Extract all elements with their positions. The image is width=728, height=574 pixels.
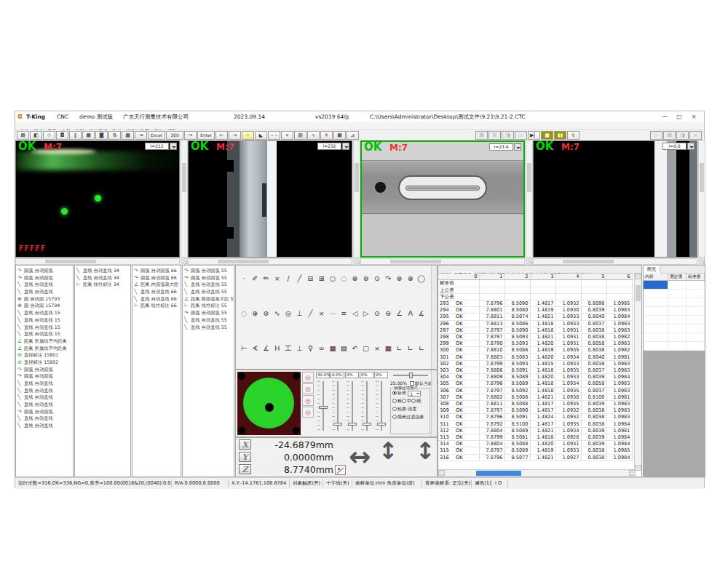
results-data-row[interactable]: 310OK7.87968.50911.48241.09320.80381.098… [438, 414, 632, 420]
results-data-row[interactable]: 301OK7.88038.50831.48201.09340.80401.098… [438, 354, 632, 360]
setup-button[interactable]: × [689, 131, 702, 140]
feature-list-item[interactable]: ╲直线自动直线15 [16, 316, 73, 324]
probe-up-button[interactable]: ◘ [56, 131, 68, 140]
element-cell[interactable] [644, 281, 668, 289]
palette-tool-icon[interactable]: ∟ [394, 343, 404, 354]
feature-list-item[interactable]: ↷圆弧自动圆弧 [16, 408, 73, 415]
element-cell[interactable] [668, 298, 687, 306]
goto-button[interactable]: ⇥ [135, 131, 147, 140]
palette-tool-icon[interactable]: ◌ [239, 308, 249, 319]
camera-vscrollbar[interactable] [698, 140, 705, 258]
element-row[interactable] [644, 333, 705, 342]
origin-button[interactable]: ⊹ [43, 131, 55, 140]
radio-颜色过滤边缘[interactable] [392, 415, 397, 419]
open2-button[interactable]: ◨ [676, 131, 689, 140]
save2-button[interactable]: ▤ [663, 131, 676, 140]
results-data-row[interactable]: 315OK7.87978.50891.48191.09330.80381.098… [438, 447, 632, 454]
palette-tool-icon[interactable]: ⊛ [361, 273, 371, 284]
element-cell[interactable] [687, 324, 705, 332]
feature-list-item[interactable]: ⊕圆自动圆15794 [16, 302, 73, 309]
copy-button[interactable]: ⊞ [488, 131, 501, 140]
gain-dropdown-button[interactable] [342, 143, 349, 150]
feature-list-item[interactable]: ⊢距离线性标注34 [75, 281, 130, 288]
feature-list-item[interactable]: ╲直线自动直线 [16, 281, 73, 288]
camera-image-2[interactable]: OK M:7 I=232 [188, 140, 352, 258]
palette-tool-icon[interactable]: ⊥ [294, 343, 304, 354]
jog-y-arrows-icon[interactable]: ↕ [379, 439, 398, 463]
play2-button[interactable]: ▷ [650, 131, 662, 140]
feature-list-item[interactable]: ╲直线自动直线 [16, 401, 73, 408]
play-button[interactable]: ▷ [515, 131, 527, 140]
stage-button[interactable]: ▦ [82, 131, 95, 140]
resize-grip-icon[interactable] [354, 258, 360, 265]
palette-tool-icon[interactable]: ∟ [405, 343, 416, 354]
element-cell[interactable] [687, 333, 705, 341]
palette-tool-icon[interactable]: ⋯ [328, 308, 338, 319]
element-cell[interactable] [668, 290, 687, 298]
resize-grip-icon[interactable] [181, 258, 188, 265]
gain-dropdown-button[interactable] [687, 143, 695, 150]
palette-tool-icon[interactable]: × [272, 273, 282, 284]
camera-vscrollbar[interactable] [181, 140, 188, 258]
palette-tool-icon[interactable]: 工 [283, 343, 293, 354]
feature-list-item[interactable]: ╲直线自动直线 [16, 394, 73, 401]
feature-list-item[interactable]: ╲直线自动直线 [16, 415, 73, 422]
stage2-button[interactable]: ▩ [122, 131, 134, 140]
element-cell[interactable] [668, 342, 687, 350]
element-cell[interactable] [644, 333, 668, 341]
results-data-row[interactable]: 293OK7.87968.50901.48171.09320.80981.098… [438, 300, 632, 307]
feature-list-item[interactable]: ╲直线自动直线55 [183, 288, 234, 295]
camera-vscrollbar[interactable] [353, 140, 360, 258]
feature-list-item[interactable]: ╲直线自动直线15 [16, 324, 73, 331]
probe-down-button[interactable]: ◙ [95, 131, 108, 140]
matrix-button[interactable]: ▦ [333, 131, 346, 140]
radio-中[interactable] [402, 399, 406, 403]
play-end-button[interactable]: ▶▏ [528, 131, 540, 140]
export-button[interactable]: ↪ [184, 131, 197, 140]
close-button[interactable]: × [688, 113, 700, 120]
scroll-up-icon[interactable] [635, 274, 641, 279]
jog-x-arrows-icon[interactable]: ↔ [349, 444, 371, 470]
element-row[interactable] [644, 316, 705, 324]
results-data-row[interactable]: 307OK7.88028.50881.48211.09300.81001.098… [438, 394, 632, 400]
folder-button[interactable]: ◨ [502, 131, 514, 140]
feature-list-item[interactable]: ↷圆弧自动圆弧66 [132, 267, 181, 274]
palette-tool-icon[interactable]: ∢ [250, 343, 260, 354]
results-data-row[interactable]: 304OK7.88098.50891.48201.09330.80391.098… [438, 374, 632, 380]
palette-tool-icon[interactable]: ∕ [283, 273, 293, 284]
results-data-row[interactable]: 306OK7.87978.50921.48181.09350.80371.098… [438, 387, 632, 394]
palette-tool-icon[interactable]: · [239, 273, 249, 284]
palette-tool-icon[interactable]: ∡ [416, 308, 427, 319]
slider-thumb[interactable] [348, 423, 357, 426]
feature-list-item[interactable]: ⊕圆自动圆15793 [16, 295, 73, 303]
feature-list-item[interactable]: ∠距离两圆弧最大距55 [183, 295, 234, 303]
curve-button[interactable]: ∿ [307, 131, 320, 140]
results-data-row[interactable]: 311OK7.87928.51001.48171.09350.80381.098… [438, 420, 632, 427]
camera-image-3[interactable]: OK M:7 I=23.4 [360, 140, 525, 258]
magnify-button[interactable]: ⌖ [281, 131, 293, 140]
master-light-slider[interactable] [393, 375, 428, 376]
camera-hscrollbar[interactable] [360, 258, 525, 265]
palette-tool-icon[interactable]: ⊙ [372, 308, 382, 319]
palette-tool-icon[interactable]: ○ [328, 273, 338, 284]
scroll-down-icon[interactable] [635, 465, 641, 471]
minimize-button[interactable]: — [659, 113, 670, 120]
element-cell[interactable] [644, 316, 668, 324]
camera-view-1[interactable]: OK M:7 I=212 FFFFF [15, 140, 188, 265]
ring-light-control[interactable] [237, 372, 301, 435]
palette-tool-icon[interactable]: ⊟ [305, 273, 315, 284]
feature-list-item[interactable]: ↷圆弧自动圆弧 [16, 366, 73, 373]
camera-image-4[interactable]: OK M:7 I=0.0 [533, 140, 697, 258]
light-panel-scrollbar[interactable] [431, 370, 437, 437]
palette-tool-icon[interactable]: ◎ [283, 308, 293, 319]
palette-tool-icon[interactable]: ♀ [305, 343, 315, 354]
stop-button[interactable]: ■ [541, 131, 553, 140]
gain-dropdown-button[interactable] [514, 143, 521, 151]
camera-view-2[interactable]: OK M:7 I=232 [188, 140, 360, 265]
element-row[interactable] [644, 290, 705, 298]
palette-tool-icon[interactable]: ▤ [339, 343, 349, 354]
light-channel-slider[interactable]: 40.0% [316, 372, 330, 436]
results-data-row[interactable]: 300OK7.88108.50861.48191.09350.80381.098… [438, 347, 632, 354]
scroll-thumb[interactable] [636, 285, 641, 301]
palette-tool-icon[interactable]: ⊥ [294, 308, 304, 319]
